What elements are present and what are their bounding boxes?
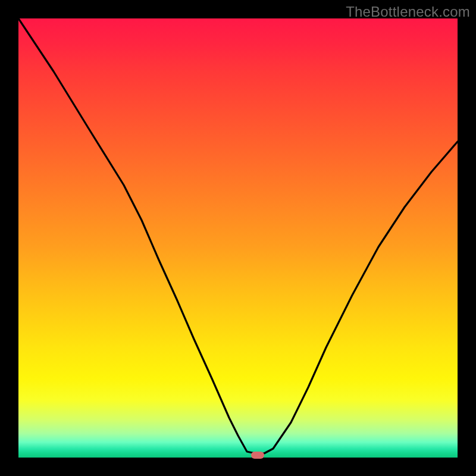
optimal-point-marker [251, 452, 264, 459]
watermark-label: TheBottleneck.com [346, 4, 470, 20]
gradient-plot-area [18, 18, 458, 458]
chart-frame: TheBottleneck.com [0, 0, 476, 476]
bottleneck-curve [18, 18, 458, 458]
